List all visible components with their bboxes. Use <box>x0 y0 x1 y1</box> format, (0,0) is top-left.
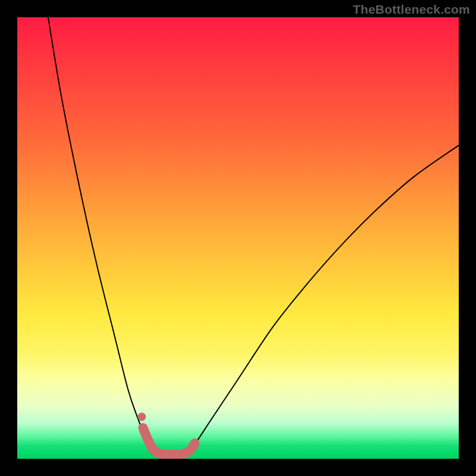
series-layer <box>48 17 459 459</box>
bottleneck-curve <box>48 17 459 459</box>
curve-svg <box>17 17 459 459</box>
watermark-label: TheBottleneck.com <box>353 2 470 17</box>
bottom-marker-strip <box>143 428 195 455</box>
plot-area <box>17 17 459 459</box>
chart-frame: TheBottleneck.com <box>0 0 476 476</box>
upper-marker-dot <box>137 413 146 421</box>
